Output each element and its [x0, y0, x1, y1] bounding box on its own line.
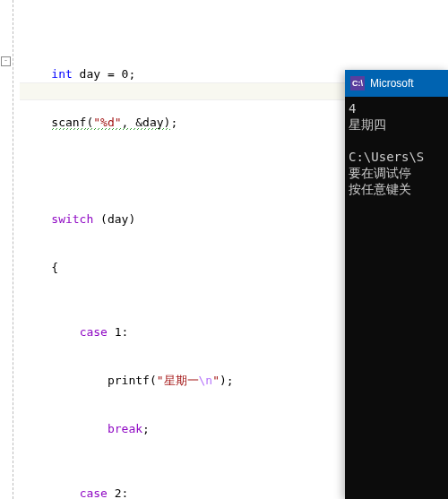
scanf-call: scanf	[51, 116, 86, 130]
fold-toggle-icon[interactable]: -	[1, 56, 11, 66]
terminal-title-text: Microsoft	[370, 77, 414, 90]
terminal-window[interactable]: C:\ Microsoft 4 星期四 C:\Users\S 要在调试停 按任意…	[345, 70, 448, 499]
terminal-icon: C:\	[350, 76, 365, 90]
fold-margin[interactable]: -	[0, 0, 20, 499]
terminal-titlebar[interactable]: C:\ Microsoft	[345, 70, 448, 97]
terminal-output[interactable]: 4 星期四 C:\Users\S 要在调试停 按任意键关	[345, 97, 448, 201]
